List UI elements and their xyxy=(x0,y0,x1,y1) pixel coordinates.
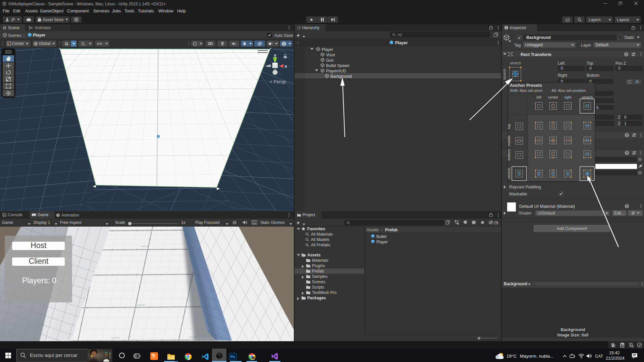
svg-text:y: y xyxy=(274,53,276,58)
svg-text:bottom: bottom xyxy=(507,149,511,161)
svg-text:?: ? xyxy=(626,204,628,208)
svg-text:Shift: Also set pivot: Shift: Also set pivot xyxy=(510,88,543,93)
svg-text:< Persp: < Persp xyxy=(270,79,286,84)
svg-text:1 METER: 1 METER xyxy=(111,337,120,339)
svg-text:1 METER: 1 METER xyxy=(140,245,149,247)
svg-text:?: ? xyxy=(626,151,628,155)
svg-text:Anchor Presets: Anchor Presets xyxy=(510,83,542,88)
svg-text:?: ? xyxy=(625,53,627,56)
svg-text:1 METER: 1 METER xyxy=(136,304,145,306)
svg-text:center: center xyxy=(548,95,558,99)
svg-text:stretch: stretch xyxy=(582,95,593,99)
svg-text:Players: 0: Players: 0 xyxy=(22,276,56,285)
svg-text:Alt: Also set position: Alt: Also set position xyxy=(551,88,586,93)
svg-text:right: right xyxy=(564,95,571,99)
svg-text:Host: Host xyxy=(31,241,47,250)
svg-text:middle: middle xyxy=(507,135,511,146)
svg-text:x: x xyxy=(284,64,287,69)
svg-text:top: top xyxy=(507,124,511,129)
svg-text:stretch: stretch xyxy=(507,168,511,179)
svg-text:Client: Client xyxy=(29,257,49,265)
svg-text:left: left xyxy=(536,95,541,99)
svg-text:Y: Y xyxy=(67,44,68,46)
svg-text:?: ? xyxy=(626,133,628,137)
